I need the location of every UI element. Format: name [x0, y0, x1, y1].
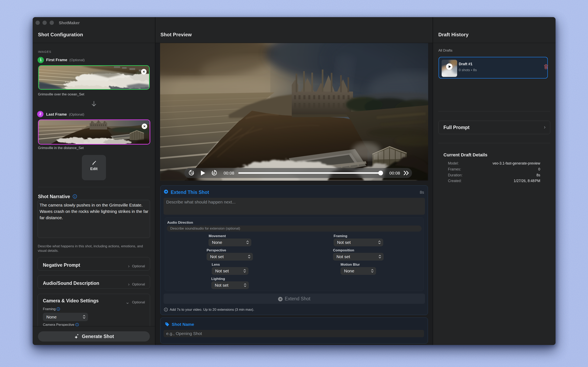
svg-text:15: 15 [213, 172, 215, 175]
svg-text:15: 15 [190, 172, 193, 175]
